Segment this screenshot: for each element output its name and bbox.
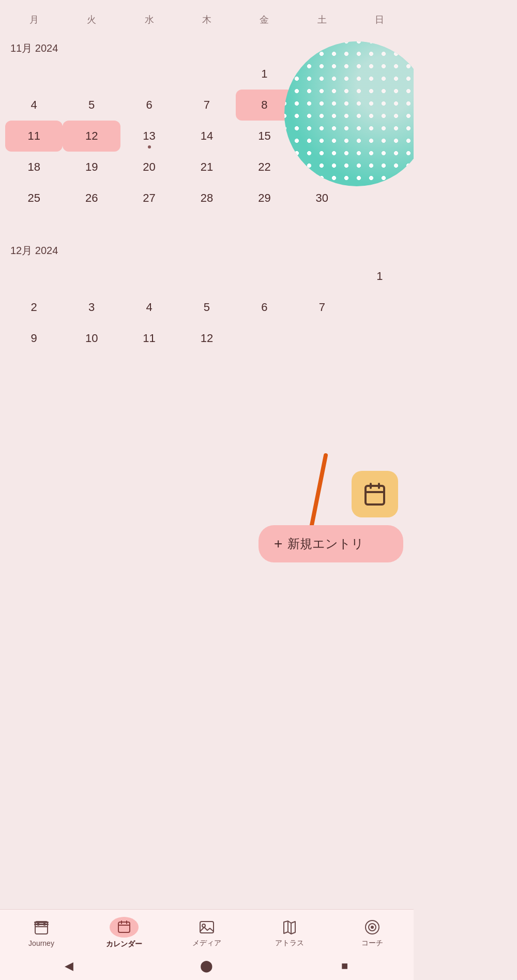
dec-day-10[interactable]: 10 (63, 323, 120, 354)
dec-day-6[interactable]: 6 (236, 292, 293, 323)
nov-day-19[interactable]: 19 (63, 152, 120, 183)
nov-day-28[interactable]: 28 (178, 183, 235, 214)
nov-day-12[interactable]: 12 (63, 121, 120, 152)
nov-day-7[interactable]: 7 (178, 90, 235, 121)
dec-empty-2 (63, 261, 120, 292)
nov-empty-3 (120, 58, 178, 90)
calendar-icon-button[interactable] (352, 471, 398, 517)
day-wed: 水 (120, 10, 178, 29)
nov-empty-end (351, 183, 408, 214)
svg-line-0 (310, 455, 326, 533)
nov-day-20[interactable]: 20 (120, 152, 178, 183)
dec-empty-3 (120, 261, 178, 292)
day-sun: 日 (351, 10, 408, 29)
nov-day-30[interactable]: 30 (293, 183, 351, 214)
dec-day-2[interactable]: 2 (5, 292, 63, 323)
dec-day-7[interactable]: 7 (293, 292, 351, 323)
dec-day-9[interactable]: 9 (5, 323, 63, 354)
nov-day-25[interactable]: 25 (5, 183, 63, 214)
nov-day-21[interactable]: 21 (178, 152, 235, 183)
dec-day-12[interactable]: 12 (178, 323, 235, 354)
nov-day-27[interactable]: 27 (120, 183, 178, 214)
plus-icon: + (274, 536, 282, 552)
dec-label: 12月 2024 (0, 234, 414, 261)
calendar-day-names: 月 火 水 木 金 土 日 (0, 4, 414, 32)
nov-day-26[interactable]: 26 (63, 183, 120, 214)
new-entry-button[interactable]: + 新規エントリ (258, 525, 403, 562)
nov-empty-1 (5, 58, 63, 90)
day-fri: 金 (236, 10, 293, 29)
nov-empty-4 (178, 58, 235, 90)
dec-day-4[interactable]: 4 (120, 292, 178, 323)
day-mon: 月 (5, 10, 63, 29)
dec-empty-6 (293, 261, 351, 292)
day-thu: 木 (178, 10, 235, 29)
dec-empty-5 (236, 261, 293, 292)
nov-day-18[interactable]: 18 (5, 152, 63, 183)
new-entry-label: 新規エントリ (287, 536, 364, 552)
polka-dot-decoration (284, 41, 414, 186)
nov-day-14[interactable]: 14 (178, 121, 235, 152)
dec-grid: 1 2 3 4 5 6 7 8 9 10 11 12 (0, 261, 414, 354)
svg-rect-2 (366, 486, 384, 504)
day-sat: 土 (293, 10, 351, 29)
dec-empty-end3 (351, 323, 408, 354)
dec-empty-4 (178, 261, 235, 292)
dec-empty-end2 (293, 323, 351, 354)
dec-day-1[interactable]: 1 (351, 261, 408, 292)
nov-empty-2 (63, 58, 120, 90)
day-tue: 火 (63, 10, 120, 29)
nov-day-11[interactable]: 11 (5, 121, 63, 152)
dec-empty-1 (5, 261, 63, 292)
dec-day-5[interactable]: 5 (178, 292, 235, 323)
nov-day-4[interactable]: 4 (5, 90, 63, 121)
nov-day-5[interactable]: 5 (63, 90, 120, 121)
dec-day-11[interactable]: 11 (120, 323, 178, 354)
dec-day-3[interactable]: 3 (63, 292, 120, 323)
nov-day-6[interactable]: 6 (120, 90, 178, 121)
dec-empty-end1 (236, 323, 293, 354)
nov-day-29[interactable]: 29 (236, 183, 293, 214)
nov-day-13[interactable]: 13 (120, 121, 178, 152)
